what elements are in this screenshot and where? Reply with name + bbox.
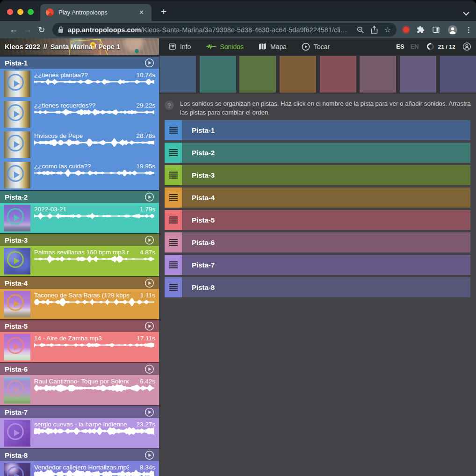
drag-handle-icon[interactable] xyxy=(165,210,182,230)
back-icon[interactable]: ← xyxy=(7,25,21,35)
side-panel-icon[interactable] xyxy=(432,26,440,34)
track-name[interactable]: Pista-4 xyxy=(5,279,28,287)
track-play-button[interactable] xyxy=(144,364,154,374)
tab-close-icon[interactable]: ✕ xyxy=(137,8,146,17)
clip-thumbnail[interactable] xyxy=(4,248,30,274)
track-play-button[interactable] xyxy=(144,235,154,245)
track-play-button[interactable] xyxy=(144,278,154,288)
audio-clip[interactable]: ¿¿tienes plantas??10.74s xyxy=(0,69,159,99)
track-name[interactable]: Pista-8 xyxy=(5,451,28,459)
track-row[interactable]: Pista-6 xyxy=(165,232,470,252)
track-row-label[interactable]: Pista-5 xyxy=(182,210,470,230)
track-color-swatch[interactable] xyxy=(400,56,436,93)
account-icon[interactable] xyxy=(462,42,471,51)
track-play-button[interactable] xyxy=(144,321,154,331)
recording-extension-icon[interactable] xyxy=(403,27,409,33)
audio-clip[interactable]: Taconeo de Sara Baras (128 kbps).mp31.11… xyxy=(0,289,159,319)
audio-clip[interactable]: ¿¿tienes recuerdos??29.22s xyxy=(0,99,159,130)
track-play-button[interactable] xyxy=(144,58,154,68)
clip-thumbnail[interactable] xyxy=(4,162,30,188)
audio-clip[interactable]: Vendedor callejero Hortalizas.mp38.34s xyxy=(0,461,159,476)
track-color-swatch[interactable] xyxy=(159,56,196,93)
new-tab-button[interactable]: + xyxy=(158,6,169,17)
track-row-label[interactable]: Pista-2 xyxy=(182,143,470,163)
track-row[interactable]: Pista-1 xyxy=(165,120,470,140)
track-row-label[interactable]: Pista-8 xyxy=(182,277,470,297)
track-row-label[interactable]: Pista-3 xyxy=(182,165,470,185)
nav-tab-info[interactable]: Info xyxy=(168,43,191,50)
clip-thumbnail[interactable] xyxy=(4,377,30,404)
track-row-label[interactable]: Pista-6 xyxy=(182,232,470,252)
track-row[interactable]: Pista-3 xyxy=(165,165,470,185)
lang-en-button[interactable]: EN xyxy=(411,43,419,50)
address-bar[interactable]: app.antropoloops.com/Kleos-Santa-Marina/… xyxy=(52,23,397,36)
track-row-label[interactable]: Pista-1 xyxy=(182,120,470,140)
bookmark-star-icon[interactable]: ☆ xyxy=(384,25,391,34)
zoom-window-button[interactable] xyxy=(28,9,34,15)
track-name[interactable]: Pista-6 xyxy=(5,365,28,373)
track-color-swatch[interactable] xyxy=(360,56,396,93)
close-window-button[interactable] xyxy=(7,9,13,15)
nav-tab-tocar[interactable]: Tocar xyxy=(302,43,330,51)
clip-thumbnail[interactable] xyxy=(4,101,30,128)
track-play-button[interactable] xyxy=(144,192,154,202)
browser-tab[interactable]: Play Antropoloops ✕ xyxy=(40,4,151,21)
audio-clip[interactable]: Hiviscus de Pepe28.78s xyxy=(0,130,159,160)
track-row[interactable]: Pista-4 xyxy=(165,188,470,208)
track-play-button[interactable] xyxy=(144,407,154,417)
drag-handle-icon[interactable] xyxy=(165,277,182,297)
clip-thumbnail[interactable] xyxy=(4,205,30,231)
track-color-swatch[interactable] xyxy=(280,56,316,93)
track-color-swatch[interactable] xyxy=(200,56,236,93)
share-icon[interactable] xyxy=(371,26,378,34)
drag-handle-icon[interactable] xyxy=(165,143,182,163)
track-play-button[interactable] xyxy=(144,450,154,460)
lock-icon[interactable] xyxy=(58,26,64,33)
drag-handle-icon[interactable] xyxy=(165,255,182,275)
reload-icon[interactable]: ↻ xyxy=(35,25,49,35)
track-color-swatch[interactable] xyxy=(239,56,276,93)
track-name[interactable]: Pista-7 xyxy=(5,408,28,416)
audio-clip[interactable]: 2022-03-211.79s xyxy=(0,203,159,233)
audio-clip[interactable]: ¿¿como las cuida??19.95s xyxy=(0,160,159,190)
track-row[interactable]: Pista-7 xyxy=(165,255,470,275)
track-row[interactable]: Pista-5 xyxy=(165,210,470,230)
track-name[interactable]: Pista-1 xyxy=(5,59,28,67)
zoom-out-icon[interactable] xyxy=(357,26,364,34)
clip-thumbnail[interactable] xyxy=(4,334,30,361)
play-icon xyxy=(4,71,30,97)
breadcrumb-track[interactable]: Santa Marina / Pepe 1 xyxy=(50,43,120,50)
track-color-swatch[interactable] xyxy=(440,56,476,93)
audio-clip[interactable]: 14 - Aire de Zamba.mp317.11s xyxy=(0,332,159,362)
clip-thumbnail[interactable] xyxy=(4,71,30,97)
breadcrumb-project[interactable]: Kleos 2022 xyxy=(5,43,40,50)
track-row-label[interactable]: Pista-7 xyxy=(182,255,470,275)
track-row-label[interactable]: Pista-4 xyxy=(182,188,470,208)
audio-clip[interactable]: Raul Cantizano- Toque por Solenoide.mp36… xyxy=(0,375,159,405)
track-color-swatch[interactable] xyxy=(320,56,356,93)
browser-menu-icon[interactable]: ⋮ xyxy=(465,26,472,34)
track-name[interactable]: Pista-5 xyxy=(5,322,28,330)
track-name[interactable]: Pista-3 xyxy=(5,236,28,244)
clip-thumbnail[interactable] xyxy=(4,463,30,476)
nav-tab-mapa[interactable]: Mapa xyxy=(259,43,287,50)
minimize-window-button[interactable] xyxy=(17,9,23,15)
audio-clip[interactable]: Palmas sevillanas 160 bpm mp3.mp34.87s xyxy=(0,246,159,276)
track-name[interactable]: Pista-2 xyxy=(5,193,28,201)
drag-handle-icon[interactable] xyxy=(165,188,182,208)
tab-search-chevron-icon[interactable] xyxy=(463,9,469,18)
track-row[interactable]: Pista-8 xyxy=(165,277,470,297)
clip-thumbnail[interactable] xyxy=(4,420,30,447)
drag-handle-icon[interactable] xyxy=(165,120,182,140)
audio-clip[interactable]: sergio cuevas - la harpe indienne - 03 -… xyxy=(0,418,159,448)
extensions-puzzle-icon[interactable] xyxy=(417,26,425,34)
forward-icon[interactable]: → xyxy=(21,25,35,35)
lang-es-button[interactable]: ES xyxy=(396,43,404,50)
clip-thumbnail[interactable] xyxy=(4,131,30,158)
drag-handle-icon[interactable] xyxy=(165,165,182,185)
track-row[interactable]: Pista-2 xyxy=(165,143,470,163)
nav-tab-sonidos[interactable]: Sonidos xyxy=(206,43,244,50)
clip-thumbnail[interactable] xyxy=(4,291,30,317)
profile-avatar-icon[interactable] xyxy=(447,25,458,35)
drag-handle-icon[interactable] xyxy=(165,232,182,252)
